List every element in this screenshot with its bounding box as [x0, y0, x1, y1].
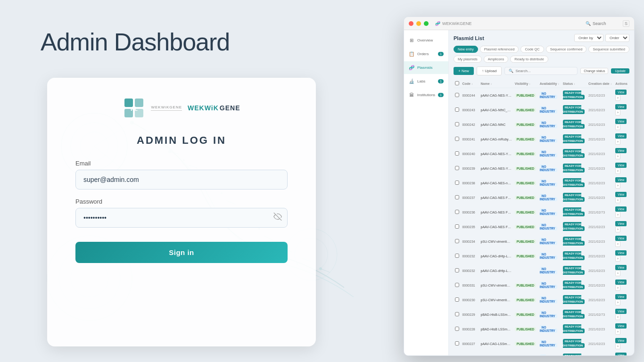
filter-tab-plasmid-referenced[interactable]: Plasmid referenced	[480, 46, 519, 53]
row-checkbox-0[interactable]	[455, 93, 459, 97]
sidebar-item-orders[interactable]: 📋 Orders 1	[404, 48, 448, 60]
row-expand-button-0[interactable]: ›	[615, 95, 620, 101]
sidebar-item-plasmids[interactable]: 🧬 Plasmids	[404, 61, 448, 74]
row-expand-button-9[interactable]: ›	[615, 226, 620, 232]
filter-tab-new-entry[interactable]: New entry	[454, 46, 478, 53]
row-checkbox-16[interactable]	[455, 327, 459, 331]
actions-cell: View ›	[614, 161, 629, 176]
row-checkbox-10[interactable]	[455, 239, 459, 243]
row-checkbox-5[interactable]	[455, 166, 459, 170]
row-expand-button-7[interactable]: ›	[615, 197, 620, 203]
view-button-16[interactable]: View	[615, 323, 627, 329]
row-checkbox-7[interactable]	[455, 195, 459, 199]
row-checkbox-11[interactable]	[455, 254, 459, 258]
availability-sort-icon[interactable]: ↕	[558, 82, 559, 85]
row-expand-button-10[interactable]: ›	[615, 241, 620, 247]
view-button-0[interactable]: View	[615, 90, 627, 95]
view-button-10[interactable]: View	[615, 236, 627, 241]
view-button-18[interactable]: View	[615, 353, 627, 355]
row-checkbox-4[interactable]	[455, 151, 459, 156]
row-expand-button-3[interactable]: ›	[615, 139, 620, 145]
sub-filter-amplicons[interactable]: Amplicons	[484, 56, 509, 63]
sidebar-item-overview[interactable]: ⊞ Overview	[404, 34, 448, 47]
new-button[interactable]: + New	[454, 67, 474, 75]
view-button-12[interactable]: View	[615, 265, 627, 270]
visibility-sort-icon[interactable]: ↕	[529, 82, 530, 85]
row-expand-button-8[interactable]: ›	[615, 212, 620, 218]
row-expand-button-11[interactable]: ›	[615, 255, 620, 262]
change-status-button[interactable]: Change status	[580, 68, 608, 74]
view-button-13[interactable]: View	[615, 280, 627, 285]
view-button-11[interactable]: View	[615, 250, 627, 255]
row-expand-button-12[interactable]: ›	[615, 270, 620, 276]
row-checkbox-14[interactable]	[455, 297, 459, 302]
row-expand-button-1[interactable]: ›	[615, 109, 620, 115]
sub-filter-ready-to-distribute[interactable]: Ready to distribute	[510, 56, 548, 63]
window-search-input[interactable]	[593, 21, 621, 26]
inline-search-input[interactable]	[515, 69, 565, 73]
status-badge: READY FORDISTRIBUTION	[563, 251, 585, 260]
order-select[interactable]: Order	[605, 34, 629, 42]
table-row: 0000226 pAAV-CAG-LSSmScarlet2-hLAMP2A PU…	[454, 351, 629, 356]
view-button-15[interactable]: View	[615, 309, 627, 314]
visibility-badge: PUBLISHED	[515, 327, 537, 331]
row-checkbox-13[interactable]	[455, 283, 459, 287]
sign-in-button[interactable]: Sign in	[75, 242, 288, 263]
name-cell: pSU-CMV-vimentin-LSSmScarlet2	[479, 293, 513, 307]
view-button-7[interactable]: View	[615, 192, 627, 197]
view-button-9[interactable]: View	[615, 221, 627, 226]
filter-tab-sequence-submitted[interactable]: Sequence submitted	[588, 46, 629, 53]
name-sort-icon[interactable]: ↕	[491, 82, 492, 85]
row-expand-button-16[interactable]: ›	[615, 329, 620, 335]
window-minimize-button[interactable]	[416, 21, 421, 26]
row-checkbox-12[interactable]	[455, 268, 459, 272]
row-expand-button-5[interactable]: ›	[615, 168, 620, 174]
sidebar-item-institutions[interactable]: 🏛 Institutions 1	[404, 89, 448, 101]
sub-filter-my-plasmids[interactable]: My plasmids	[454, 56, 482, 63]
order-by-select[interactable]: Order by	[574, 34, 603, 42]
row-expand-button-14[interactable]: ›	[615, 299, 620, 305]
status-sort-icon[interactable]: ↕	[574, 82, 575, 85]
select-all-checkbox[interactable]	[455, 81, 459, 85]
view-button-2[interactable]: View	[615, 119, 627, 124]
row-checkbox-9[interactable]	[455, 224, 459, 229]
view-button-4[interactable]: View	[615, 148, 627, 153]
window-maximize-button[interactable]	[424, 21, 429, 26]
row-checkbox-15[interactable]	[455, 312, 459, 316]
window-close-button[interactable]	[409, 21, 413, 26]
col-status-header: Status ↕	[561, 79, 587, 88]
password-toggle-icon[interactable]	[273, 213, 282, 223]
view-button-3[interactable]: View	[615, 133, 627, 139]
view-button-5[interactable]: View	[615, 163, 627, 168]
date-cell: 2021/02/23	[587, 337, 614, 351]
email-input[interactable]	[75, 170, 288, 189]
row-expand-button-17[interactable]: ›	[615, 343, 620, 349]
page-title: Admin Dashboard	[41, 28, 230, 56]
visibility-cell: PUBLISHED	[513, 234, 538, 249]
row-checkbox-3[interactable]	[455, 137, 459, 141]
view-button-8[interactable]: View	[615, 206, 627, 212]
view-button-17[interactable]: View	[615, 338, 627, 343]
filter-tab-sequence-confirmed[interactable]: Sequence confirmed	[546, 46, 587, 53]
row-checkbox-1[interactable]	[455, 107, 459, 112]
row-expand-button-13[interactable]: ›	[615, 285, 620, 291]
row-expand-button-15[interactable]: ›	[615, 314, 620, 320]
view-button-6[interactable]: View	[615, 177, 627, 182]
view-button-1[interactable]: View	[615, 104, 627, 109]
code-sort-icon[interactable]: ↕	[471, 82, 473, 85]
row-expand-button-2[interactable]: ›	[615, 124, 620, 130]
row-checkbox-17[interactable]	[455, 341, 459, 346]
row-checkbox-8[interactable]	[455, 210, 459, 214]
row-expand-button-4[interactable]: ›	[615, 153, 620, 159]
institutions-icon: 🏛	[409, 92, 414, 98]
view-button-14[interactable]: View	[615, 294, 627, 299]
upload-button[interactable]: ↑ Upload	[477, 66, 502, 75]
row-checkbox-2[interactable]	[455, 122, 459, 126]
row-checkbox-6[interactable]	[455, 181, 459, 185]
update-button[interactable]: Update	[611, 68, 629, 74]
row-expand-button-6[interactable]: ›	[615, 182, 620, 189]
filter-tab-code-qc[interactable]: Code QC	[520, 46, 544, 53]
sidebar-item-labs[interactable]: 🔬 Labs 1	[404, 75, 448, 88]
date-sort-icon[interactable]: ↕	[611, 82, 612, 85]
password-input[interactable]	[75, 208, 288, 228]
